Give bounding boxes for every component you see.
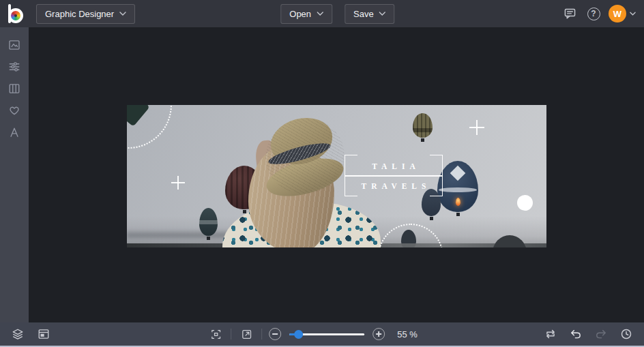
columns-icon: [8, 82, 20, 95]
zoom-level-label: 55 %: [397, 329, 418, 340]
sidebar-item-layouts[interactable]: [0, 78, 29, 100]
plus-mark-left[interactable]: [171, 176, 185, 190]
history-clock-icon: [620, 328, 632, 340]
avatar: W: [609, 5, 626, 22]
sidebar-item-image-manager[interactable]: [0, 34, 29, 56]
app-switcher-button[interactable]: Graphic Designer: [36, 4, 135, 24]
redo-icon: [595, 328, 607, 340]
feedback-chat-icon: [564, 7, 576, 20]
compare-button[interactable]: [542, 326, 559, 342]
undo-icon: [570, 328, 582, 340]
undo-button[interactable]: [568, 326, 584, 342]
fit-screen-icon: [210, 329, 222, 340]
open-menu-label: Open: [289, 9, 311, 19]
help-button[interactable]: ?: [585, 5, 602, 22]
balloon-flame: [456, 198, 460, 206]
image-icon: [8, 39, 20, 51]
design-title-frame[interactable]: TALIA TRAVELS: [345, 155, 443, 196]
separator: [231, 329, 231, 340]
canvas-area[interactable]: TALIA TRAVELS: [29, 27, 644, 322]
chevron-down-icon: [317, 12, 323, 16]
text-a-icon: [8, 126, 20, 138]
app-switcher-label: Graphic Designer: [45, 9, 114, 19]
hot-air-balloon-olive: [413, 113, 433, 138]
zoom-slider-thumb[interactable]: [294, 330, 303, 339]
feedback-button[interactable]: [561, 5, 579, 22]
befunky-graphic-designer-app: Graphic Designer Open Save ?: [0, 0, 644, 347]
account-button[interactable]: W: [609, 5, 636, 22]
logo-colorwheel: [8, 8, 23, 23]
design-title-line1[interactable]: TALIA: [345, 157, 443, 175]
topbar-right: ? W: [561, 5, 636, 22]
design-artboard[interactable]: TALIA TRAVELS: [127, 105, 546, 247]
help-icon: ?: [587, 7, 600, 20]
main-area: TALIA TRAVELS: [0, 27, 644, 322]
white-circle-accent[interactable]: [517, 195, 533, 211]
balloon-band: [439, 187, 476, 192]
zoom-slider[interactable]: [289, 329, 364, 339]
bottombar-right: [542, 326, 634, 342]
chevron-down-icon: [630, 12, 636, 16]
fit-to-screen-button[interactable]: [207, 326, 224, 342]
bottombar: 55 %: [0, 322, 644, 346]
save-menu-label: Save: [353, 9, 374, 19]
hot-air-balloon-teal: [199, 208, 218, 236]
bottombar-left: [10, 326, 52, 342]
compare-arrows-icon: [544, 328, 557, 340]
plus-mark-right[interactable]: [469, 120, 484, 135]
chevron-down-icon: [119, 12, 126, 16]
separator: [261, 329, 262, 340]
history-button[interactable]: [618, 326, 634, 342]
save-menu-button[interactable]: Save: [345, 4, 395, 24]
sliders-icon: [8, 61, 20, 73]
topbar-center-menus: Open Save: [280, 4, 394, 24]
canvas-manager-icon: [38, 328, 50, 340]
zoom-out-button[interactable]: [269, 328, 281, 340]
redo-button[interactable]: [593, 326, 609, 342]
open-menu-button[interactable]: Open: [280, 4, 332, 24]
befunky-logo-icon[interactable]: [8, 4, 25, 23]
sidebar-item-text[interactable]: [0, 121, 29, 143]
open-external-icon: [241, 329, 252, 340]
sidebar-item-favorites[interactable]: [0, 100, 29, 121]
sidebar-item-edit-adjustments[interactable]: [0, 56, 29, 78]
help-glyph: ?: [591, 9, 596, 18]
heart-icon: [8, 104, 20, 117]
sidebar: [0, 27, 29, 322]
layers-button[interactable]: [10, 326, 26, 342]
canvas-manager-button[interactable]: [35, 326, 52, 342]
layers-icon: [12, 328, 24, 340]
topbar: Graphic Designer Open Save ?: [0, 0, 644, 27]
zoom-in-button[interactable]: [372, 328, 385, 340]
full-preview-button[interactable]: [238, 326, 254, 342]
zoom-controls: 55 %: [207, 326, 418, 342]
design-title-line2[interactable]: TRAVELS: [345, 177, 443, 195]
chevron-down-icon: [379, 12, 386, 16]
